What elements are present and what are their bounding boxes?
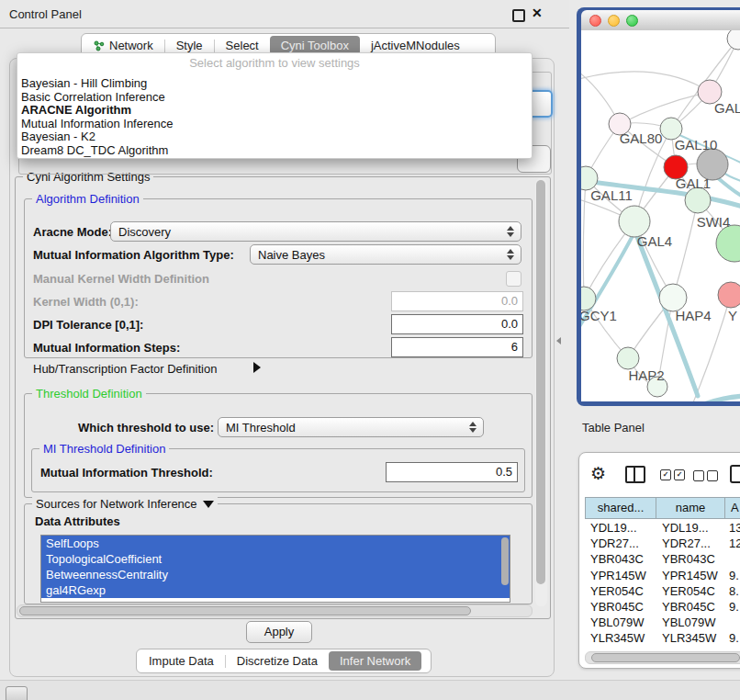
table-cell: YBL079W [585,615,656,630]
node-green-right[interactable] [716,225,740,262]
table-row[interactable]: YER054CYER054C8. [585,583,740,599]
settings-vscrollbar[interactable] [535,178,547,606]
attribute-item[interactable]: SelfLoops [41,536,510,551]
column-header-name[interactable]: name [656,497,725,519]
mi-threshold-field[interactable]: 0.5 [386,462,518,482]
tab-impute-data[interactable]: Impute Data [138,651,225,671]
table-row[interactable]: YPR145WYPR145W9. [585,568,740,583]
table-row[interactable]: YBR045CYBR045C9. [585,599,740,615]
attribute-item[interactable]: gal4RGexp [41,582,510,598]
attribute-item[interactable]: BetweennessCentrality [41,567,510,582]
dpi-tolerance-field[interactable]: 0.0 [391,314,523,334]
tab-infer-network[interactable]: Infer Network [329,651,421,671]
node-label: GAL80 [620,130,663,146]
dpi-tolerance-label: DPI Tolerance [0,1]: [33,318,143,332]
close-traffic-light[interactable] [589,15,601,27]
hub-expander-arrow-icon[interactable] [253,362,261,373]
tab-discretize-data-label: Discretize Data [237,651,318,671]
dropdown-item[interactable]: Bayesian - K2 [17,130,532,144]
bottom-tabbar: Impute Data Discretize Data Infer Networ… [136,649,432,673]
table-row[interactable]: YBR043CYBR043C [585,551,740,567]
table-cell: YER054C [656,583,725,599]
node-label: GAL4 [637,233,672,249]
table-row[interactable]: YDL19...YDL19...13 [585,520,740,536]
panel-title: Control Panel [9,7,82,21]
node-swi4[interactable] [685,187,711,213]
table-cell: YDR27... [656,536,725,551]
dropdown-hint: Select algorithm to view settings [17,56,532,70]
node-hap2[interactable] [617,347,639,369]
network-view-window: GAL GAL80 GAL10 GAL1 GAL11 SWI4 GAL4 GCY… [577,7,740,406]
tab-discretize-data[interactable]: Discretize Data [226,651,329,671]
splitter-collapse-arrow[interactable] [556,337,561,344]
dropdown-item[interactable]: Bayesian - Hill Climbing [17,77,532,91]
node-gal4[interactable] [619,206,650,237]
algorithm-dropdown-popup: Select algorithm to view settings Bayesi… [17,52,533,159]
table-row[interactable]: YDR27...YDR27...12 [585,536,740,551]
sources-title-text: Sources for Network Inference [36,497,197,511]
data-attributes-list[interactable]: SelfLoops TopologicalCoefficient Between… [40,535,510,603]
table-cell: YDR27... [585,536,656,551]
settings-hscrollbar-thumb[interactable] [19,606,471,615]
mi-steps-field[interactable]: 6 [391,337,523,357]
select-all-checks-icon[interactable]: ✓✓ [660,469,685,480]
table-cell: 9. [725,647,740,650]
minimize-traffic-light[interactable] [608,15,620,27]
table-cell: YBR043C [585,551,656,567]
app-root: Control Panel ✕ Network Style Select Cyn… [0,0,740,700]
tab-impute-data-label: Impute Data [149,651,214,671]
node-label: GAL [714,100,740,116]
network-canvas[interactable]: GAL GAL80 GAL10 GAL1 GAL11 SWI4 GAL4 GCY… [581,30,740,401]
apply-button[interactable]: Apply [246,621,312,643]
mi-steps-label: Mutual Information Steps: [33,341,180,355]
minimized-panel-icon[interactable] [6,686,28,700]
bottom-strip [0,680,740,700]
dropdown-item[interactable]: Dream8 DC_TDC Algorithm [17,144,532,158]
column-header-clipped[interactable]: A [725,497,740,519]
dropdown-item-list: Bayesian - Hill Climbing Basic Correlati… [17,77,532,158]
close-panel-icon[interactable]: ✕ [532,6,543,20]
mi-type-combobox[interactable]: Naive Bayes [250,244,521,265]
dropdown-item[interactable]: Basic Correlation Inference [17,91,532,105]
table-cell: 8. [725,583,740,599]
column-header-shared-name[interactable]: shared... [585,497,656,519]
table-cell: 12 [725,536,740,551]
kernel-width-field[interactable]: 0.0 [391,291,523,311]
node-top-right[interactable] [727,30,740,50]
partial-toolbar-icon[interactable] [730,465,740,483]
table-row[interactable]: YIL052CYIL052C9. [585,647,740,650]
table-panel-window: ⚙ ✓✓ shared... name A YDL19...YDL19...13… [578,452,740,669]
mi-type-value: Naive Bayes [251,248,504,262]
table-cell: YPR145W [585,568,656,583]
attr-list-vscroll-thumb[interactable] [501,537,509,585]
table-cell: 9. [725,599,740,615]
table-hscrollbar-thumb[interactable] [591,653,740,662]
table-row[interactable]: YLR345WYLR345W9. [585,630,740,646]
aracne-mode-combobox[interactable]: Discovery [110,221,521,242]
threshold-definition-title: Threshold Definition [32,387,146,401]
combo-stepper-icon [504,226,517,237]
dropdown-item-aracne[interactable]: ARACNE Algorithm [17,104,532,118]
settings-hscrollbar[interactable] [17,604,533,617]
table-row[interactable]: YBL079WYBL079W [585,615,740,630]
attribute-item[interactable]: TopologicalCoefficient [41,551,510,567]
node-salmon[interactable] [718,282,740,308]
which-threshold-combobox[interactable]: MI Threshold [218,417,484,437]
columns-icon[interactable] [625,466,645,483]
sources-collapse-arrow-icon[interactable] [203,501,214,508]
columns-icon-divider [633,468,635,481]
table-hscrollbar[interactable] [585,651,740,664]
float-panel-icon[interactable] [512,9,525,22]
manual-kernel-checkbox[interactable] [506,271,521,287]
settings-vscrollbar-thumb[interactable] [536,180,545,584]
network-window-titlebar[interactable] [581,10,740,31]
table-cell: YPR145W [656,568,725,583]
gear-icon[interactable]: ⚙ [590,463,606,484]
zoom-traffic-light[interactable] [626,15,638,27]
node-label: HAP2 [628,367,664,383]
deselect-all-icon[interactable] [693,470,718,481]
dropdown-item[interactable]: Mutual Information Inference [17,118,532,131]
table-cell: 13 [725,520,740,536]
table-cell [725,551,740,567]
data-attributes-label: Data Attributes [35,514,120,528]
